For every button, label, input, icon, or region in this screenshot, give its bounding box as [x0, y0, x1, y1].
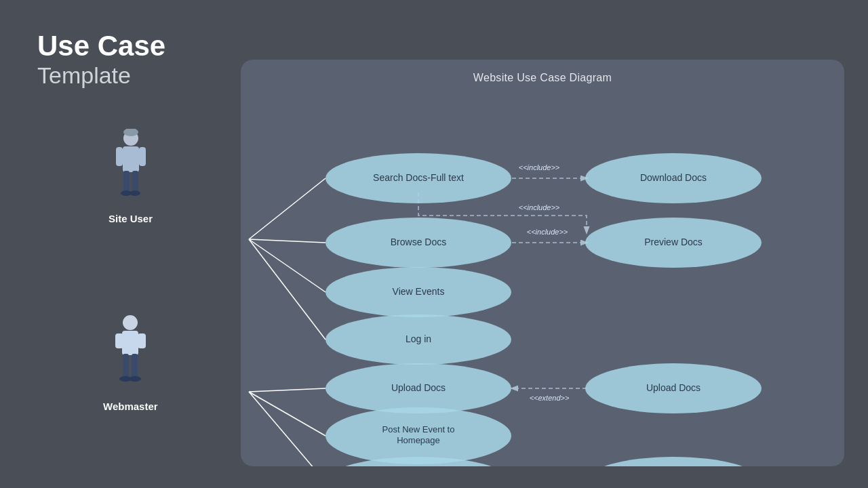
svg-text:View Events: View Events [393, 286, 445, 297]
diagram-container: Website Use Case Diagram [241, 60, 844, 466]
webmaster-figure [112, 313, 149, 398]
site-user-label: Site User [108, 213, 153, 224]
sub-title: Template [37, 62, 165, 89]
svg-text:Log in: Log in [406, 333, 431, 344]
svg-text:Homepage: Homepage [397, 435, 440, 445]
svg-point-9 [123, 315, 138, 330]
svg-rect-14 [132, 354, 138, 378]
svg-line-19 [249, 239, 326, 292]
svg-rect-3 [123, 171, 130, 192]
svg-text:<<include>>: <<include>> [519, 203, 560, 211]
svg-line-22 [249, 392, 326, 436]
svg-text:<<extend>>: <<extend>> [530, 394, 570, 402]
svg-line-20 [249, 239, 326, 340]
svg-text:<<include>>: <<include>> [519, 163, 560, 171]
svg-text:Post New Event to: Post New Event to [382, 424, 455, 434]
diagram-svg: <<include>> <<include>> <<include>> <<ex… [241, 60, 844, 466]
svg-rect-5 [116, 147, 123, 166]
svg-line-17 [249, 178, 326, 239]
svg-line-18 [249, 239, 326, 243]
svg-point-8 [130, 190, 140, 196]
svg-rect-6 [139, 147, 146, 166]
svg-text:Search Docs-Full text: Search Docs-Full text [373, 172, 464, 183]
site-user-actor: Site User [108, 129, 153, 224]
svg-text:Upload Docs: Upload Docs [391, 382, 446, 393]
svg-text:Download Docs: Download Docs [640, 172, 707, 183]
svg-rect-10 [122, 331, 138, 355]
svg-point-16 [129, 376, 141, 382]
main-title: Use Case [37, 30, 165, 62]
svg-point-46 [326, 457, 511, 466]
svg-rect-4 [132, 171, 138, 192]
webmaster-label: Webmaster [103, 401, 158, 412]
site-user-figure [114, 129, 148, 210]
svg-point-54 [585, 457, 762, 466]
svg-text:Preview Docs: Preview Docs [644, 237, 703, 247]
svg-line-21 [249, 388, 326, 392]
title-area: Use Case Template [37, 30, 165, 89]
svg-rect-11 [115, 333, 123, 348]
svg-rect-2 [123, 146, 139, 172]
webmaster-actor: Webmaster [103, 313, 158, 412]
svg-rect-12 [138, 333, 146, 348]
svg-text:<<include>>: <<include>> [527, 228, 568, 236]
svg-text:Upload Docs: Upload Docs [646, 382, 701, 393]
svg-text:Browse Docs: Browse Docs [391, 237, 446, 247]
svg-rect-13 [123, 354, 129, 378]
